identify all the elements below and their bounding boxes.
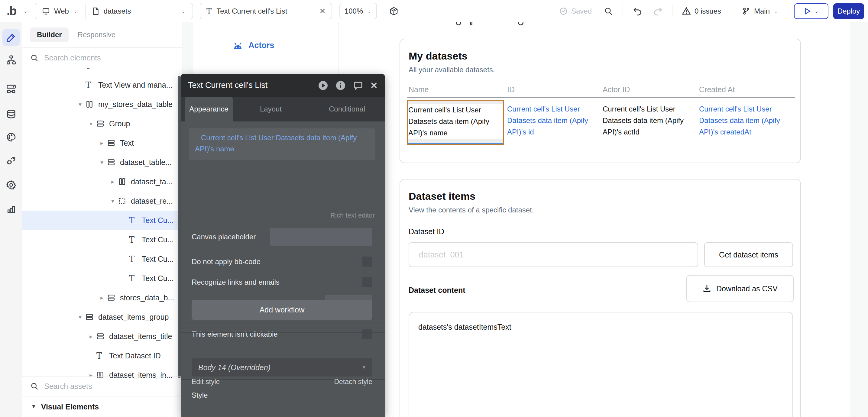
left-icon-rail [0,22,22,417]
add-workflow-button[interactable]: Add workflow [192,300,372,320]
play-icon [803,7,811,15]
dataset-id-label: Dataset ID [409,227,444,236]
info-icon[interactable] [335,80,346,91]
redo-icon[interactable] [653,0,663,22]
tree-item[interactable]: ▸dataset_items_title [22,327,183,346]
tree-item[interactable]: ▾my_stores_data_table [22,95,183,114]
run-play-icon[interactable] [318,80,329,91]
tree-item[interactable]: TText Dataset ID [22,346,183,365]
element-tree: TText Datasets TText View and mana... ▾m… [22,68,183,398]
database-icon[interactable] [2,105,20,123]
caret-down-icon: ▼ [31,404,36,410]
app-logo[interactable]: .b [7,0,16,22]
logs-chart-icon[interactable] [2,200,20,218]
tab-builder[interactable]: Builder [30,28,69,42]
caret-down-icon: ▾ [75,101,86,108]
tree-item[interactable]: TText Cu... [22,269,183,288]
tree-item[interactable]: ▸dataset_ta... [22,172,183,191]
visual-elements-section[interactable]: ▼ Visual Elements [22,396,183,417]
column-header: Actor ID [602,85,699,94]
card-title: Dataset items [409,190,792,202]
nav-item-actors[interactable]: Actors [233,41,274,50]
canvas-placeholder-input[interactable] [270,228,372,246]
tree-item[interactable]: TText Cu... [22,249,183,269]
open-element-tab[interactable]: T Text Current cell's List ✕ [200,3,332,19]
styles-palette-icon[interactable] [2,128,20,146]
warning-triangle-icon [682,7,691,16]
logo-chevron-icon[interactable]: ⌄ [23,0,28,22]
property-editor-tabs: Appearance Layout Conditional [181,97,385,122]
property-editor-header[interactable]: Text Current cell's List ✕ [181,74,385,97]
close-icon[interactable]: ✕ [319,7,326,15]
chevron-down-icon: ⌄ [814,9,819,14]
tree-item-selected[interactable]: TText Cu... [22,211,183,230]
tree-item[interactable]: TText Cu... [22,230,183,249]
search-elements-placeholder: Search elements [44,54,101,62]
table-cell-id[interactable]: Current cell's List User Datasets data i… [507,103,598,138]
search-elements-field[interactable]: Search elements [22,48,183,68]
tab-responsive[interactable]: Responsive [73,28,120,42]
column-header: Name [409,85,507,94]
plugins-plug-icon[interactable] [2,152,20,169]
search-icon[interactable] [604,0,613,22]
tab-appearance[interactable]: Appearance [185,97,233,122]
platform-selector[interactable]: Web ⌄ [35,7,85,15]
dataset-id-placeholder: dataset_001 [419,250,464,260]
bb-code-checkbox[interactable] [362,257,372,267]
recognize-links-checkbox[interactable] [362,277,372,287]
search-assets-field[interactable]: Search assets [22,376,183,396]
page-selector[interactable]: datasets ⌄ [86,7,192,15]
detach-style-link[interactable]: Detach style [334,378,372,386]
tree-item[interactable]: ▾dataset_table... [22,153,183,172]
zoom-selector[interactable]: 100% ⌄ [339,3,377,19]
caret-right-icon: ▸ [107,178,118,185]
column-header: Created At [699,85,735,94]
edit-pencil-icon[interactable] [2,29,20,46]
tree-item[interactable]: ▾dataset_items_group [22,307,183,327]
deploy-button[interactable]: Deploy [833,3,864,19]
table-cell-name: Current cell's List User Datasets data i… [408,104,503,139]
tree-item[interactable]: ▾dataset_re... [22,191,183,211]
backend-workflows-icon[interactable] [2,80,20,97]
tab-conditional[interactable]: Conditional [309,97,385,122]
undo-icon[interactable] [632,0,643,22]
dataset-id-input[interactable]: dataset_001 [409,242,698,267]
recognize-links-label: Recognize links and emails [192,278,280,286]
package-icon[interactable] [389,0,398,22]
tree-item[interactable]: TText View and mana... [22,75,183,95]
caret-down-icon: ▼ [362,365,366,370]
edit-style-link[interactable]: Edit style [192,378,220,386]
close-icon[interactable]: ✕ [370,80,378,91]
tree-item[interactable]: ▸stores_data_b... [22,288,183,307]
comment-icon[interactable] [353,80,364,91]
style-select[interactable]: Body 14 (Overridden) ▼ [192,358,372,377]
branch-selector[interactable]: Main ⌄ [742,0,779,22]
issues-indicator[interactable]: 0 issues [682,0,721,22]
not-clickable-checkbox[interactable] [362,329,372,339]
download-csv-label: Download as CSV [716,284,778,293]
selected-canvas-element[interactable]: Current cell's List User Datasets data i… [407,100,504,145]
workflow-tree-icon[interactable] [2,52,20,69]
visual-elements-label: Visual Elements [41,403,99,411]
tree-item[interactable]: TText Datasets [22,68,183,75]
tree-item[interactable]: ▸Text [22,133,183,153]
table-cell-created-at[interactable]: Current cell's List User Datasets data i… [699,103,796,138]
saved-label: Saved [571,7,592,15]
dataset-content-box: datasets's datasetItemsText [409,312,793,417]
toolbar-divider [672,5,673,17]
settings-gear-icon[interactable] [2,176,20,193]
tree-scrollbar[interactable] [178,76,181,378]
monitor-icon [42,7,50,15]
rail-divider [2,73,20,73]
download-csv-button[interactable]: Download as CSV [686,275,794,302]
preview-button[interactable]: ⌄ [794,3,829,19]
tab-layout[interactable]: Layout [233,97,309,122]
get-dataset-items-button[interactable]: Get dataset items [704,242,793,267]
card-subtitle: All your available datasets. [409,66,792,74]
content-expression-field[interactable]: Current cell's List User Datasets data i… [189,128,375,160]
property-editor-body: Current cell's List User Datasets data i… [181,122,385,417]
card-title: My datasets [409,50,792,62]
rich-text-editor-link[interactable]: Rich text editor [330,212,375,219]
tree-item[interactable]: ▾Group [22,114,183,133]
caret-right-icon: ▸ [86,333,96,340]
